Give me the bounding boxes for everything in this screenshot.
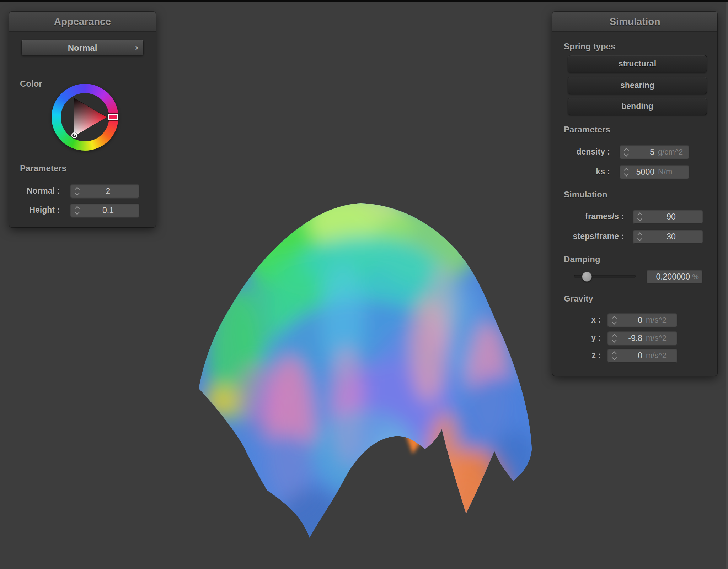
sim-parameters-label: Parameters: [564, 125, 610, 135]
chevron-right-icon: ›: [135, 40, 138, 55]
height-param-label: Height :: [16, 203, 60, 217]
normal-param-label: Normal :: [16, 184, 60, 197]
gravity-x-field[interactable]: 0 m/s^2: [607, 313, 678, 327]
simulation-panel: Simulation Spring types structural shear…: [552, 12, 717, 376]
normal-param-field[interactable]: 2: [70, 184, 140, 198]
color-label: Color: [20, 79, 42, 89]
gravity-z-label: z :: [564, 348, 601, 362]
spinner-up-down-icon[interactable]: [635, 233, 644, 241]
damping-slider[interactable]: [574, 275, 636, 278]
cloth-normal-shading: [204, 200, 535, 547]
gravity-y-label: y :: [564, 331, 601, 345]
gravity-x-label: x :: [564, 313, 601, 326]
shader-dropdown-value: Normal: [68, 43, 97, 53]
color-wheel[interactable]: [52, 84, 118, 151]
spinner-up-down-icon[interactable]: [610, 334, 619, 342]
spring-types-label: Spring types: [564, 42, 615, 52]
gravity-label: Gravity: [564, 294, 593, 304]
spinner-up-down-icon[interactable]: [73, 206, 82, 215]
height-param-value: 0.1: [82, 206, 139, 215]
cloth-render: [194, 200, 535, 547]
shearing-button[interactable]: shearing: [568, 77, 707, 94]
damping-slider-knob[interactable]: [582, 272, 592, 282]
frames-per-s-label: frames/s :: [564, 210, 624, 223]
spinner-up-down-icon[interactable]: [610, 352, 619, 360]
frames-per-s-field[interactable]: 90: [633, 210, 703, 224]
density-label: density :: [564, 145, 610, 158]
gravity-z-unit: m/s^2: [646, 351, 677, 360]
damping-value: 0.200000: [656, 272, 690, 282]
density-unit: g/cm^2: [658, 147, 689, 157]
gravity-z-value: 0: [619, 351, 642, 361]
appearance-panel-title[interactable]: Appearance: [9, 12, 156, 32]
hue-marker[interactable]: [108, 114, 118, 120]
gravity-z-field[interactable]: 0 m/s^2: [607, 348, 678, 363]
spinner-up-down-icon[interactable]: [622, 148, 631, 156]
height-param-field[interactable]: 0.1: [70, 203, 140, 217]
gravity-x-unit: m/s^2: [646, 315, 677, 325]
spinner-up-down-icon[interactable]: [635, 213, 644, 221]
frames-per-s-value: 90: [644, 212, 703, 222]
ks-label: ks :: [564, 165, 610, 178]
sim-simulation-label: Simulation: [564, 190, 607, 200]
simulation-panel-title[interactable]: Simulation: [552, 12, 717, 32]
damping-label: Damping: [564, 254, 600, 264]
steps-per-frame-value: 30: [644, 232, 703, 242]
density-field[interactable]: 5 g/cm^2: [619, 145, 690, 159]
structural-button[interactable]: structural: [568, 55, 707, 72]
spinner-up-down-icon[interactable]: [610, 316, 619, 324]
gravity-y-field[interactable]: -9.8 m/s^2: [607, 331, 678, 345]
ks-field[interactable]: 5000 N/m: [619, 165, 690, 179]
gravity-y-unit: m/s^2: [646, 334, 677, 343]
ks-unit: N/m: [658, 167, 689, 177]
steps-per-frame-label: steps/frame :: [564, 229, 624, 243]
spinner-up-down-icon[interactable]: [622, 168, 631, 176]
density-value: 5: [631, 147, 654, 157]
steps-per-frame-field[interactable]: 30: [633, 229, 703, 244]
ks-value: 5000: [631, 167, 654, 177]
damping-unit: %: [692, 272, 699, 281]
normal-param-value: 2: [82, 186, 139, 196]
scrollbar-track[interactable]: [726, 2, 728, 569]
shader-dropdown[interactable]: Normal ›: [21, 40, 144, 56]
gravity-y-value: -9.8: [619, 334, 642, 343]
appearance-panel: Appearance Normal › Color Para: [9, 12, 156, 227]
gravity-x-value: 0: [619, 315, 642, 325]
appearance-parameters-label: Parameters: [20, 163, 66, 173]
spinner-up-down-icon[interactable]: [73, 187, 82, 195]
bending-button[interactable]: bending: [568, 98, 707, 115]
damping-value-box[interactable]: 0.200000 %: [646, 270, 703, 284]
